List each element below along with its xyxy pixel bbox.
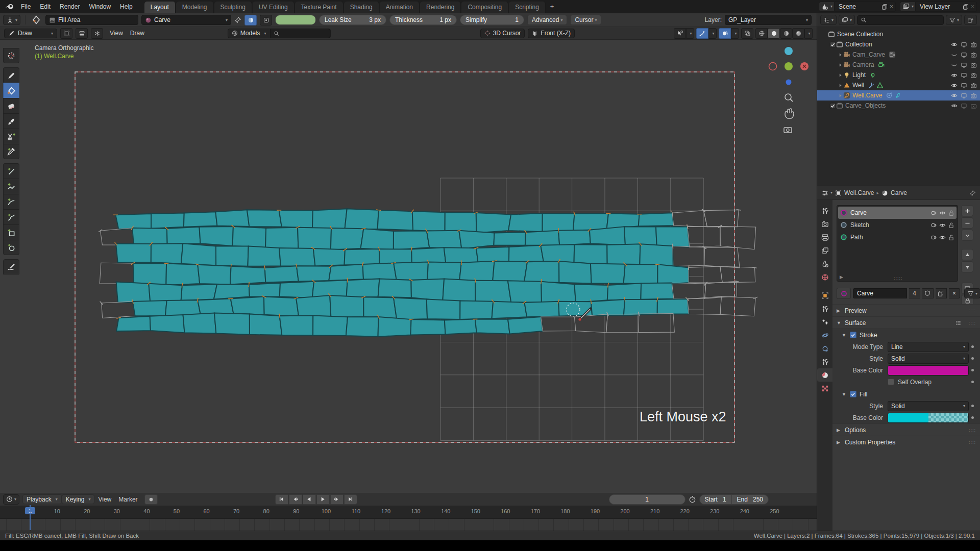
outliner-row-collection[interactable]: Collection (817, 39, 980, 49)
expand-arrow-icon[interactable] (838, 83, 843, 88)
shading-solid-button[interactable] (768, 28, 780, 39)
new-view-layer-copy-icon[interactable] (963, 4, 969, 10)
disable-viewport-toggle-icon[interactable] (961, 41, 967, 48)
fill-enable-checkbox[interactable] (850, 391, 856, 397)
layer-stack-icon[interactable] (76, 28, 88, 39)
disable-render-toggle-icon[interactable] (970, 92, 977, 99)
menu-help[interactable]: Help (115, 0, 137, 13)
hide-toggle-icon[interactable] (939, 210, 946, 216)
tab-layout[interactable]: Layout (144, 2, 176, 13)
disable-render-toggle-icon[interactable] (970, 41, 977, 48)
disable-render-toggle-icon[interactable] (970, 62, 977, 68)
move-slot-down-button[interactable] (961, 261, 973, 272)
material-circle-icon[interactable] (837, 288, 851, 299)
viewport-menu-draw[interactable]: Draw (127, 30, 148, 37)
collection-checkbox-icon[interactable] (829, 41, 836, 48)
outliner-filter-id-dropdown[interactable]: ▾ (839, 15, 855, 25)
disable-render-toggle-icon[interactable] (970, 103, 977, 109)
remove-slot-button[interactable] (961, 217, 973, 229)
style-select[interactable]: Solid▾ (888, 354, 969, 364)
tab-compositing[interactable]: Compositing (461, 2, 508, 13)
leak-size-slider[interactable]: Leak Size3 px (319, 15, 386, 25)
shading-material-button[interactable] (780, 28, 792, 39)
slot-list-expand-icon[interactable]: ▶ (840, 274, 843, 280)
tab-animation[interactable]: Animation (380, 2, 420, 13)
unlink-icon[interactable]: × (949, 288, 960, 298)
vertex-color-swatch[interactable] (275, 15, 316, 25)
animate-decorator[interactable] (969, 369, 976, 371)
panel-surface[interactable]: ▼Surface:::: (832, 316, 980, 329)
annotate-tool-button[interactable] (3, 259, 19, 274)
properties-tab-constraints[interactable] (817, 342, 832, 355)
fade-toggle-icon[interactable] (930, 234, 937, 241)
advanced-dropdown[interactable]: Advanced▾ (527, 15, 567, 25)
frame-end-field[interactable]: End250 (732, 494, 769, 505)
hide-viewport-toggle-icon[interactable] (951, 92, 958, 99)
base-color-swatch[interactable] (888, 413, 969, 423)
shading-rendered-button[interactable] (792, 28, 804, 39)
timeline-editor-type-dropdown[interactable]: ▾ (3, 494, 19, 505)
fade-toggle-icon[interactable] (930, 222, 937, 229)
properties-tab-view-layer[interactable] (817, 244, 832, 257)
auto-keying-record-button[interactable] (144, 494, 158, 505)
timeline-track[interactable] (0, 519, 817, 531)
expand-arrow-icon[interactable] (838, 52, 843, 58)
viewport-3d[interactable]: Camera Orthographic (1) Well.Carve Left … (0, 40, 817, 493)
material-selector[interactable]: Carve▾ (141, 15, 231, 25)
view-layer-name[interactable]: View Layer (916, 2, 961, 12)
erase-tool-button[interactable] (3, 98, 19, 113)
brush-name-field[interactable]: Fill Area (45, 15, 138, 25)
timeline-menu-marker[interactable]: Marker (115, 496, 141, 503)
outliner-row-carve-objects[interactable]: Carve_Objects (817, 101, 980, 111)
panel-preview[interactable]: ▶Preview:::: (832, 304, 980, 316)
disable-viewport-toggle-icon[interactable] (961, 72, 967, 79)
playhead[interactable] (30, 505, 31, 530)
play-rev-button[interactable] (303, 494, 316, 505)
properties-tab-object[interactable] (817, 289, 832, 302)
tab-rendering[interactable]: Rendering (420, 2, 461, 13)
new-collection-button[interactable] (964, 15, 977, 25)
tab-uv-editing[interactable]: UV Editing (253, 2, 295, 13)
collection-checkbox-icon[interactable] (829, 103, 836, 109)
material-name-field[interactable]: Carve (853, 288, 907, 298)
properties-tab-material[interactable] (817, 368, 832, 382)
disable-viewport-toggle-icon[interactable] (961, 82, 967, 89)
properties-tab-physics[interactable] (817, 329, 832, 342)
subpanel-fill[interactable]: ▼Fill (832, 388, 980, 400)
add-workspace-button[interactable]: + (546, 1, 558, 12)
pivot-point-dropdown[interactable]: 3D Cursor (480, 29, 525, 38)
disable-viewport-toggle-icon[interactable] (961, 52, 967, 58)
play-button[interactable] (316, 494, 330, 505)
hide-viewport-toggle-icon[interactable] (951, 62, 958, 68)
circle-tool-button[interactable] (3, 240, 19, 255)
remove-view-layer-icon[interactable]: × (971, 3, 974, 10)
outliner-row-camera[interactable]: Camera (817, 60, 980, 70)
scene-selector[interactable]: ▾ Scene × (819, 2, 896, 12)
object-visibility-icon[interactable] (674, 28, 686, 39)
fake-user-shield-icon[interactable] (922, 288, 934, 298)
menu-window[interactable]: Window (84, 0, 115, 13)
panel-options[interactable]: ▶Options:::: (832, 423, 980, 436)
draw-tool-button[interactable] (3, 67, 19, 83)
expand-arrow-icon[interactable] (838, 93, 843, 98)
tab-scripting[interactable]: Scripting (509, 2, 546, 13)
view-layer-selector[interactable]: ▾ View Layer × (900, 2, 977, 12)
properties-tab-texture[interactable] (817, 382, 832, 395)
users-count-badge[interactable]: 4 (909, 288, 920, 298)
outliner-row-well-carve[interactable]: Well.Carve (817, 90, 980, 101)
menu-file[interactable]: File (16, 0, 35, 13)
move-slot-up-button[interactable] (961, 249, 973, 260)
disable-render-toggle-icon[interactable] (970, 72, 977, 79)
timeline-ruler[interactable]: 1020304050607080901001101201301401501601… (0, 506, 817, 519)
scene-name[interactable]: Scene (835, 2, 879, 12)
current-frame-field[interactable]: 1 (609, 494, 685, 505)
corner-box-icon[interactable] (60, 28, 72, 39)
arc-tool-button[interactable] (3, 194, 19, 209)
brush-preview-icon[interactable] (30, 15, 42, 24)
hide-viewport-toggle-icon[interactable] (951, 41, 958, 48)
models-search[interactable]: Models▾ (228, 29, 331, 38)
material-slot-sketch[interactable]: Sketch (838, 219, 957, 231)
timeline-menu-keying[interactable]: Keying▾ (62, 494, 95, 504)
style-select[interactable]: Solid▾ (888, 401, 969, 411)
animate-decorator[interactable] (969, 345, 976, 348)
